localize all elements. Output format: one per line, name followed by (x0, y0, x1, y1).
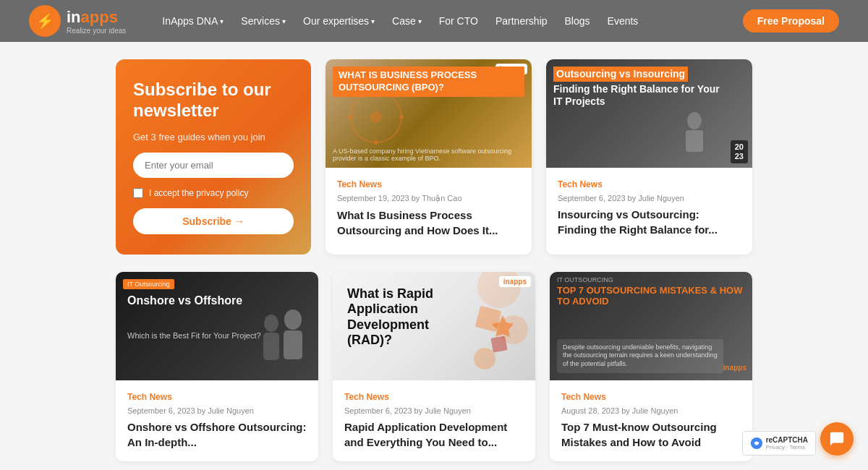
nav-services[interactable]: Services ▾ (241, 15, 286, 27)
onshore-person-graphic (253, 305, 311, 380)
card-insource: Outsourcing vs Insourcing Finding the Ri… (546, 59, 752, 255)
mistakes-inapps-badge: inapps (723, 360, 746, 373)
card-mistakes-category: Tech News (561, 392, 741, 402)
card-insource-title[interactable]: Insourcing vs Outsourcing: Finding the R… (558, 207, 741, 237)
svg-rect-13 (263, 333, 279, 360)
year-badge: 2023 (731, 140, 748, 163)
newsletter-box: Subscribe to our newsletter Get 3 free g… (116, 59, 311, 255)
recaptcha-icon (750, 437, 763, 450)
card-bpo-date: September 19, 2023 by Thuận Cao (337, 194, 520, 203)
svg-rect-11 (284, 330, 302, 359)
card-mistakes-title[interactable]: Top 7 Must-know Outsourcing Mistakes and… (561, 419, 741, 450)
privacy-label: I accept the privacy policy (149, 188, 248, 198)
content-row-1: Subscribe to our newsletter Get 3 free g… (0, 42, 868, 272)
newsletter-title: Subscribe to our newsletter (133, 80, 294, 121)
mistakes-image-title: TOP 7 OUTSOURCING MISTAKES & HOW TO ADVO… (557, 285, 745, 307)
nav-dna[interactable]: InApps DNA ▾ (162, 15, 224, 27)
privacy-row: I accept the privacy policy (133, 188, 294, 198)
svg-point-5 (399, 115, 404, 119)
card-onshore-image: IT Outsourcing Onshore vs Offshore Which… (116, 272, 318, 380)
recaptcha-badge: reCAPTCHA Privacy · Terms (742, 431, 816, 456)
card-bpo-body: Tech News September 19, 2023 by Thuận Ca… (326, 168, 532, 255)
svg-point-12 (264, 315, 278, 332)
insource-image-text: Outsourcing vs Insourcing Finding the Ri… (553, 67, 723, 107)
card-bpo-image: inapps WHAT IS BUSINESS PROCESS OUTSOURC… (326, 59, 532, 168)
content-row-2: IT Outsourcing Onshore vs Offshore Which… (0, 272, 868, 470)
nav-blogs[interactable]: Blogs (565, 15, 590, 27)
bpo-sub-text: A US-based company hiring Vietnamese sof… (333, 148, 524, 162)
svg-point-8 (687, 112, 702, 129)
card-rad-title[interactable]: Rapid Application Development and Everyt… (344, 419, 524, 450)
chat-icon (829, 431, 845, 447)
card-onshore-body: Tech News September 6, 2023 by Julie Ngu… (116, 380, 318, 461)
card-mistakes-date: August 28, 2023 by Julie Nguyen (561, 406, 741, 415)
nav-expertises[interactable]: Our expertises ▾ (303, 15, 375, 27)
card-mistakes: IT OUTSOURCING TOP 7 OUTSOURCING MISTAKE… (550, 272, 752, 461)
card-mistakes-image: IT OUTSOURCING TOP 7 OUTSOURCING MISTAKE… (550, 272, 752, 380)
card-onshore-category: Tech News (127, 392, 307, 402)
card-rad-body: Tech News September 6, 2023 by Julie Ngu… (333, 380, 535, 461)
nav-cto[interactable]: For CTO (439, 15, 478, 27)
chat-bubble[interactable] (820, 422, 854, 456)
recaptcha-label: reCAPTCHA (766, 436, 808, 444)
logo-text: inapps Realize your ideas (67, 8, 126, 35)
privacy-checkbox[interactable] (133, 188, 143, 198)
nav-case[interactable]: Case ▾ (392, 15, 422, 27)
card-insource-body: Tech News September 6, 2023 by Julie Ngu… (546, 168, 752, 255)
rad-graphic (434, 272, 535, 380)
subscribe-button[interactable]: Subscribe → (133, 208, 294, 234)
svg-point-6 (374, 140, 378, 145)
svg-point-7 (349, 115, 353, 119)
email-input[interactable] (133, 153, 294, 178)
logo-icon: ⚡ (29, 5, 61, 37)
mistakes-desc: Despite outsourcing undeniable benefits,… (563, 343, 718, 369)
card-rad-image: What is Rapid Application Development (R… (333, 272, 535, 380)
nav-events[interactable]: Events (608, 15, 639, 27)
card-bpo: inapps WHAT IS BUSINESS PROCESS OUTSOURC… (326, 59, 532, 255)
svg-point-4 (374, 90, 378, 94)
main-header: ⚡ inapps Realize your ideas InApps DNA ▾… (0, 0, 868, 42)
rad-inapps-badge: inapps (499, 276, 531, 287)
card-onshore-title[interactable]: Onshore vs Offshore Outsourcing: An In-d… (127, 419, 307, 450)
card-bpo-category: Tech News (337, 179, 520, 189)
card-insource-image: Outsourcing vs Insourcing Finding the Ri… (546, 59, 752, 168)
svg-rect-17 (490, 336, 507, 352)
svg-rect-9 (686, 130, 703, 152)
card-onshore-date: September 6, 2023 by Julie Nguyen (127, 406, 307, 415)
mistakes-sub-label: IT OUTSOURCING (557, 276, 613, 283)
card-insource-category: Tech News (558, 179, 741, 189)
card-rad-category: Tech News (344, 392, 524, 402)
onshore-badge: IT Outsourcing (123, 279, 174, 289)
card-mistakes-body: Tech News August 28, 2023 by Julie Nguye… (550, 380, 752, 461)
mistakes-desc-box: Despite outsourcing undeniable benefits,… (557, 339, 723, 373)
rad-image-title: What is Rapid Application Development (R… (347, 286, 434, 349)
main-nav: InApps DNA ▾ Services ▾ Our expertises ▾… (162, 15, 720, 27)
card-rad: What is Rapid Application Development (R… (333, 272, 535, 461)
card-rad-date: September 6, 2023 by Julie Nguyen (344, 406, 524, 415)
newsletter-subtitle: Get 3 free guides when you join (133, 132, 294, 142)
svg-point-10 (284, 309, 302, 330)
card-onshore: IT Outsourcing Onshore vs Offshore Which… (116, 272, 318, 461)
free-proposal-button[interactable]: Free Proposal (743, 9, 839, 33)
card-insource-date: September 6, 2023 by Julie Nguyen (558, 194, 741, 202)
nav-partnership[interactable]: Partnership (495, 15, 548, 27)
card-bpo-title[interactable]: What Is Business Process Outsourcing and… (337, 208, 520, 238)
recaptcha-links: Privacy · Terms (766, 444, 808, 450)
logo[interactable]: ⚡ inapps Realize your ideas (29, 5, 126, 37)
svg-point-18 (474, 348, 495, 369)
bpo-decorative-svg (347, 88, 405, 146)
person-silhouette (680, 110, 709, 168)
